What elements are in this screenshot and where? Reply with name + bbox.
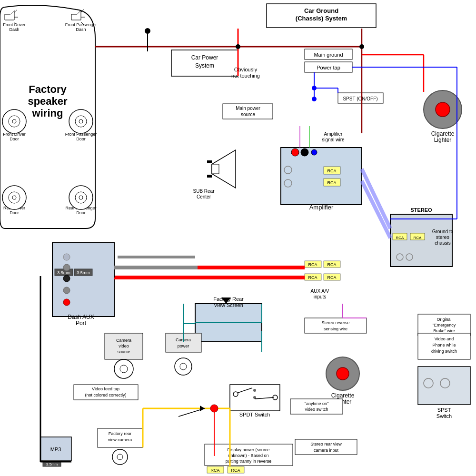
svg-point-221 — [236, 44, 240, 49]
svg-text:RCA: RCA — [210, 468, 219, 473]
svg-text:Center: Center — [197, 194, 211, 199]
svg-text:unknown) - Based on: unknown) - Based on — [228, 453, 268, 458]
svg-point-92 — [63, 254, 70, 260]
svg-point-28 — [291, 149, 299, 156]
svg-text:Main ground: Main ground — [314, 52, 343, 58]
svg-text:Stereo reverse: Stereo reverse — [321, 320, 349, 325]
svg-text:putting tranny in reverse: putting tranny in reverse — [226, 459, 272, 464]
svg-point-71 — [79, 196, 83, 199]
svg-rect-20 — [281, 148, 362, 205]
svg-text:3.5mm: 3.5mm — [46, 462, 58, 466]
svg-point-66 — [12, 196, 16, 199]
svg-text:Lighter: Lighter — [434, 137, 452, 143]
svg-point-73 — [436, 102, 450, 117]
svg-point-93 — [63, 264, 70, 271]
svg-text:Door: Door — [76, 137, 86, 141]
svg-text:Amplifier: Amplifier — [324, 131, 343, 137]
svg-rect-146 — [418, 367, 470, 405]
svg-text:video: video — [119, 344, 129, 348]
svg-text:SPST: SPST — [437, 407, 451, 413]
svg-text:(not colored correctly): (not colored correctly) — [85, 393, 126, 397]
svg-text:RCA: RCA — [327, 169, 336, 173]
svg-text:SPDT Switch: SPDT Switch — [239, 412, 270, 417]
svg-rect-32 — [212, 164, 219, 174]
svg-point-56 — [12, 119, 16, 123]
svg-point-220 — [359, 44, 364, 49]
svg-text:Cigarette: Cigarette — [331, 392, 355, 399]
svg-text:3.5mm: 3.5mm — [57, 270, 70, 275]
svg-text:not touching: not touching — [231, 73, 260, 79]
svg-text:Camera: Camera — [116, 338, 131, 343]
svg-text:STEREO: STEREO — [410, 207, 432, 213]
svg-text:Main power: Main power — [236, 106, 260, 111]
svg-text:view camera: view camera — [108, 437, 132, 442]
svg-text:View Screen: View Screen — [214, 302, 243, 308]
svg-text:Video and: Video and — [435, 337, 454, 341]
svg-text:SUB Rear: SUB Rear — [193, 188, 215, 194]
svg-text:RCA: RCA — [308, 262, 317, 267]
svg-text:RCA: RCA — [327, 180, 336, 185]
svg-text:Factory: Factory — [29, 83, 67, 95]
svg-text:SPST (ON/OFF): SPST (ON/OFF) — [343, 96, 377, 101]
svg-text:Phone while: Phone while — [432, 343, 456, 347]
wiring-diagram: Car Ground (Chassis) System Car Power Sy… — [0, 0, 476, 476]
svg-point-61 — [79, 119, 83, 123]
svg-text:inputs: inputs — [314, 294, 327, 299]
svg-text:"Emergency: "Emergency — [433, 323, 456, 327]
svg-text:source: source — [241, 112, 255, 117]
svg-text:wiring: wiring — [32, 107, 63, 119]
svg-text:Front Passenger: Front Passenger — [65, 22, 97, 27]
svg-text:Display power (source: Display power (source — [227, 447, 269, 452]
svg-text:Port: Port — [76, 320, 87, 327]
svg-text:speaker: speaker — [28, 95, 68, 107]
svg-point-132 — [337, 367, 349, 380]
svg-text:RCA: RCA — [308, 275, 317, 280]
svg-text:camera input: camera input — [314, 448, 339, 453]
svg-text:Factory rear: Factory rear — [109, 431, 132, 436]
svg-text:signal wire: signal wire — [322, 137, 345, 142]
svg-text:Car Ground: Car Ground — [304, 7, 338, 14]
svg-text:Switch: Switch — [436, 413, 452, 419]
svg-text:MP3: MP3 — [50, 446, 61, 452]
svg-text:source: source — [117, 349, 130, 354]
svg-point-94 — [63, 275, 70, 282]
svg-text:(Chassis) System: (Chassis) System — [296, 15, 347, 22]
svg-text:Dash: Dash — [9, 27, 19, 32]
svg-text:Cigarette: Cigarette — [431, 130, 455, 137]
svg-text:Original: Original — [436, 317, 451, 322]
svg-text:Power tap: Power tap — [317, 65, 340, 70]
svg-text:RCA: RCA — [396, 236, 405, 240]
svg-point-138 — [253, 389, 256, 392]
svg-text:Door: Door — [76, 210, 86, 215]
svg-text:sensing wire: sensing wire — [324, 327, 347, 331]
svg-text:chassis: chassis — [435, 240, 450, 246]
svg-text:Brake" wire: Brake" wire — [433, 328, 455, 333]
svg-rect-87 — [52, 243, 114, 317]
svg-text:RCA: RCA — [414, 236, 422, 240]
svg-text:Dash: Dash — [76, 27, 86, 32]
svg-text:RCA: RCA — [327, 262, 336, 267]
svg-text:Stereo rear view: Stereo rear view — [310, 442, 342, 446]
svg-text:stereo: stereo — [436, 235, 449, 240]
svg-point-95 — [63, 287, 70, 294]
svg-point-96 — [63, 299, 70, 306]
svg-text:RCA: RCA — [231, 468, 240, 473]
svg-text:Ground to: Ground to — [432, 229, 454, 234]
svg-text:AUX A/V: AUX A/V — [311, 288, 329, 294]
svg-point-212 — [210, 405, 218, 412]
svg-text:Dash AUX: Dash AUX — [68, 314, 94, 320]
svg-point-30 — [311, 149, 317, 155]
svg-text:video switch: video switch — [305, 407, 328, 412]
svg-text:Front Driver: Front Driver — [3, 22, 26, 27]
svg-text:driving switch: driving switch — [431, 349, 457, 354]
svg-text:System: System — [195, 62, 214, 69]
svg-text:Door: Door — [10, 137, 19, 141]
svg-text:Video feed tap: Video feed tap — [92, 387, 119, 391]
svg-point-29 — [301, 149, 308, 156]
svg-text:Amplifier: Amplifier — [309, 204, 334, 211]
svg-text:Door: Door — [10, 210, 19, 215]
svg-text:Car Power: Car Power — [191, 54, 218, 61]
svg-text:"anytime on": "anytime on" — [305, 401, 328, 406]
svg-text:3.5mm: 3.5mm — [77, 270, 90, 275]
svg-text:power: power — [178, 344, 189, 348]
